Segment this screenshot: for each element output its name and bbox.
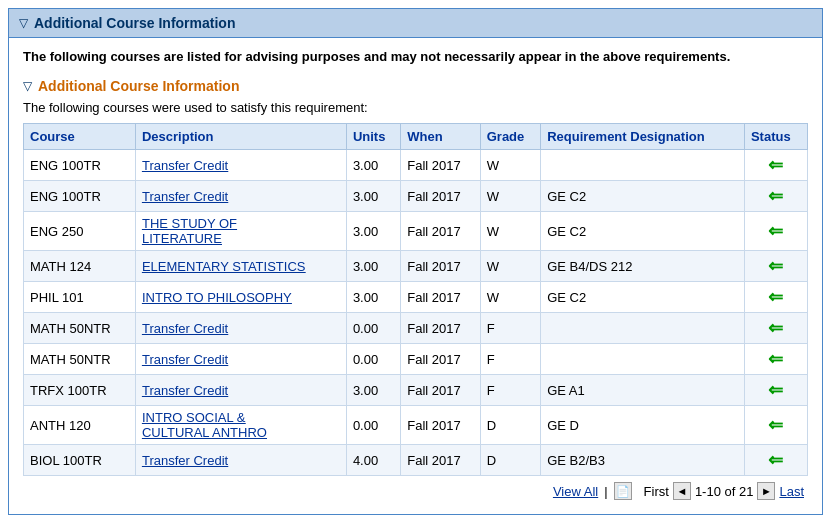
cell-when: Fall 2017 — [401, 445, 480, 476]
cell-status: ⇐ — [744, 150, 807, 181]
cell-when: Fall 2017 — [401, 181, 480, 212]
first-label: First — [644, 484, 669, 499]
table-row: ENG 100TRTransfer Credit3.00Fall 2017WGE… — [24, 181, 808, 212]
last-link[interactable]: Last — [779, 484, 804, 499]
page-range: 1-10 of 21 — [695, 484, 754, 499]
description-link[interactable]: Transfer Credit — [142, 352, 228, 367]
table-row: MATH 50NTRTransfer Credit0.00Fall 2017F⇐ — [24, 344, 808, 375]
main-container: ▽ Additional Course Information The foll… — [8, 8, 823, 515]
cell-when: Fall 2017 — [401, 344, 480, 375]
cell-grade: W — [480, 150, 540, 181]
cell-req-desig — [541, 313, 745, 344]
status-arrow-icon[interactable]: ⇐ — [768, 414, 783, 436]
sub-collapse-icon[interactable]: ▽ — [23, 79, 32, 93]
sub-section-header: ▽ Additional Course Information — [23, 78, 808, 94]
description-link[interactable]: ELEMENTARY STATISTICS — [142, 259, 306, 274]
cell-req-desig: GE B2/B3 — [541, 445, 745, 476]
cell-description: Transfer Credit — [135, 375, 346, 406]
sub-section-title: Additional Course Information — [38, 78, 239, 94]
status-arrow-icon[interactable]: ⇐ — [768, 220, 783, 242]
cell-when: Fall 2017 — [401, 212, 480, 251]
next-page-button[interactable]: ► — [757, 482, 775, 500]
cell-course: ENG 100TR — [24, 150, 136, 181]
section-header: ▽ Additional Course Information — [9, 9, 822, 38]
cell-description: INTRO TO PHILOSOPHY — [135, 282, 346, 313]
cell-status: ⇐ — [744, 181, 807, 212]
cell-course: MATH 124 — [24, 251, 136, 282]
description-link[interactable]: Transfer Credit — [142, 383, 228, 398]
cell-course: TRFX 100TR — [24, 375, 136, 406]
description-link[interactable]: INTRO SOCIAL &CULTURAL ANTHRO — [142, 410, 267, 440]
cell-course: ENG 250 — [24, 212, 136, 251]
description-link[interactable]: INTRO TO PHILOSOPHY — [142, 290, 292, 305]
status-arrow-icon[interactable]: ⇐ — [768, 379, 783, 401]
cell-units: 4.00 — [346, 445, 400, 476]
cell-description: ELEMENTARY STATISTICS — [135, 251, 346, 282]
cell-status: ⇐ — [744, 282, 807, 313]
table-row: PHIL 101INTRO TO PHILOSOPHY3.00Fall 2017… — [24, 282, 808, 313]
collapse-icon[interactable]: ▽ — [19, 16, 28, 30]
cell-status: ⇐ — [744, 406, 807, 445]
cell-req-desig: GE C2 — [541, 282, 745, 313]
cell-units: 0.00 — [346, 344, 400, 375]
advisory-text: The following courses are listed for adv… — [23, 48, 808, 66]
body-content: The following courses are listed for adv… — [9, 38, 822, 514]
col-req-desig: Requirement Designation — [541, 124, 745, 150]
page-icon-button[interactable]: 📄 — [614, 482, 632, 500]
cell-units: 3.00 — [346, 181, 400, 212]
status-arrow-icon[interactable]: ⇐ — [768, 286, 783, 308]
description-link[interactable]: Transfer Credit — [142, 189, 228, 204]
cell-course: BIOL 100TR — [24, 445, 136, 476]
description-link[interactable]: Transfer Credit — [142, 321, 228, 336]
cell-units: 0.00 — [346, 313, 400, 344]
cell-status: ⇐ — [744, 313, 807, 344]
description-link[interactable]: Transfer Credit — [142, 158, 228, 173]
cell-grade: F — [480, 344, 540, 375]
cell-course: PHIL 101 — [24, 282, 136, 313]
status-arrow-icon[interactable]: ⇐ — [768, 317, 783, 339]
cell-status: ⇐ — [744, 344, 807, 375]
description-link[interactable]: Transfer Credit — [142, 453, 228, 468]
cell-req-desig: GE C2 — [541, 181, 745, 212]
cell-status: ⇐ — [744, 212, 807, 251]
status-arrow-icon[interactable]: ⇐ — [768, 185, 783, 207]
table-row: BIOL 100TRTransfer Credit4.00Fall 2017DG… — [24, 445, 808, 476]
description-link[interactable]: THE STUDY OFLITERATURE — [142, 216, 237, 246]
table-row: MATH 50NTRTransfer Credit0.00Fall 2017F⇐ — [24, 313, 808, 344]
cell-description: Transfer Credit — [135, 150, 346, 181]
cell-units: 3.00 — [346, 150, 400, 181]
view-all-link[interactable]: View All — [553, 484, 598, 499]
cell-grade: W — [480, 181, 540, 212]
cell-course: MATH 50NTR — [24, 313, 136, 344]
prev-page-button[interactable]: ◄ — [673, 482, 691, 500]
cell-grade: F — [480, 375, 540, 406]
cell-grade: W — [480, 212, 540, 251]
cell-units: 3.00 — [346, 282, 400, 313]
cell-when: Fall 2017 — [401, 251, 480, 282]
col-units: Units — [346, 124, 400, 150]
cell-grade: W — [480, 251, 540, 282]
cell-status: ⇐ — [744, 375, 807, 406]
courses-table: Course Description Units When Grade Requ… — [23, 123, 808, 476]
cell-req-desig: GE B4/DS 212 — [541, 251, 745, 282]
cell-when: Fall 2017 — [401, 282, 480, 313]
cell-grade: W — [480, 282, 540, 313]
cell-description: Transfer Credit — [135, 344, 346, 375]
status-arrow-icon[interactable]: ⇐ — [768, 449, 783, 471]
table-row: ENG 250THE STUDY OFLITERATURE3.00Fall 20… — [24, 212, 808, 251]
cell-grade: D — [480, 445, 540, 476]
cell-req-desig: GE D — [541, 406, 745, 445]
cell-when: Fall 2017 — [401, 150, 480, 181]
cell-course: ANTH 120 — [24, 406, 136, 445]
cell-units: 0.00 — [346, 406, 400, 445]
cell-description: Transfer Credit — [135, 181, 346, 212]
pagination: View All | 📄 First ◄ 1-10 of 21 ► Last — [23, 476, 808, 504]
status-arrow-icon[interactable]: ⇐ — [768, 348, 783, 370]
table-row: ENG 100TRTransfer Credit3.00Fall 2017W⇐ — [24, 150, 808, 181]
section-title: Additional Course Information — [34, 15, 235, 31]
cell-when: Fall 2017 — [401, 313, 480, 344]
status-arrow-icon[interactable]: ⇐ — [768, 255, 783, 277]
status-arrow-icon[interactable]: ⇐ — [768, 154, 783, 176]
cell-req-desig: GE A1 — [541, 375, 745, 406]
col-grade: Grade — [480, 124, 540, 150]
